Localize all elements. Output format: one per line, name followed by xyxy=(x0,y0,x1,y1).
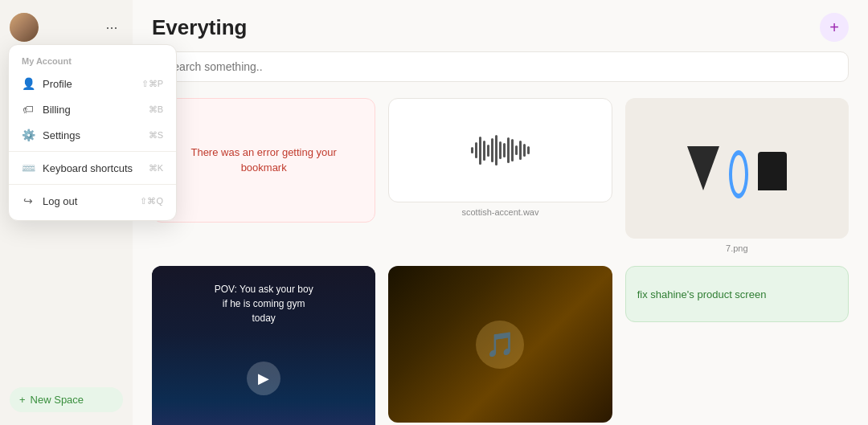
dropdown-item-billing[interactable]: 🏷 Billing ⌘B xyxy=(9,96,176,122)
error-text: There was an error getting your bookmark xyxy=(169,145,358,174)
card-photo[interactable]: 🎵 xyxy=(388,266,612,423)
card-note-wrapper: fix shahine's product screen xyxy=(625,266,849,425)
settings-icon: ⚙️ xyxy=(22,129,35,141)
content-grid: There was an error getting your bookmark xyxy=(133,92,868,425)
main-content: Everyting + There was an error getting y… xyxy=(133,0,868,425)
card-photo-wrapper: 🎵 sudhith-xavier-_Ml-unsplash.jpg xyxy=(388,266,612,425)
sidebar-top: ··· xyxy=(10,13,123,42)
play-button[interactable]: ▶ xyxy=(247,362,280,395)
account-dropdown: My Account 👤 Profile ⇧⌘P 🏷 Billing ⌘B ⚙️… xyxy=(8,44,177,221)
dropdown-header: My Account xyxy=(9,51,176,71)
card-image[interactable] xyxy=(625,98,849,239)
keyboard-icon: ⌨️ xyxy=(22,161,35,174)
dropdown-item-profile[interactable]: 👤 Profile ⇧⌘P xyxy=(9,71,176,96)
dropdown-item-keyboard[interactable]: ⌨️ Keyboard shortcuts ⌘K xyxy=(9,155,176,181)
card-tiktok[interactable]: POV: You ask your boy if he is coming gy… xyxy=(152,266,375,425)
dropdown-divider-2 xyxy=(9,184,176,185)
logout-icon: ↪ xyxy=(22,194,35,207)
note-text: fix shahine's product screen xyxy=(637,288,767,300)
cap-shape xyxy=(758,152,787,190)
tiktok-text: POV: You ask your boy if he is coming gy… xyxy=(152,282,375,325)
image-placeholder xyxy=(687,146,787,190)
page-title: Everyting xyxy=(152,15,248,40)
card-audio-wrapper: scottish-accent.wav xyxy=(388,98,612,253)
image-filename: 7.png xyxy=(625,239,849,253)
new-space-button[interactable]: + New Space xyxy=(10,387,123,412)
gramophone-shape: 🎵 xyxy=(476,321,524,369)
add-button[interactable]: + xyxy=(820,13,849,42)
billing-icon: 🏷 xyxy=(22,103,35,116)
plus-icon: + xyxy=(19,394,26,406)
audio-filename: scottish-accent.wav xyxy=(388,202,612,217)
main-header: Everyting + xyxy=(133,0,868,42)
dropdown-divider xyxy=(9,151,176,152)
card-error: There was an error getting your bookmark xyxy=(152,98,375,223)
search-input[interactable] xyxy=(152,51,849,82)
plus-icon: + xyxy=(829,18,839,37)
dropdown-item-logout[interactable]: ↪ Log out ⇧⌘Q xyxy=(9,188,176,214)
card-note[interactable]: fix shahine's product screen xyxy=(625,266,849,322)
audio-waveform xyxy=(471,134,530,166)
cone-shape xyxy=(687,146,719,190)
card-audio[interactable] xyxy=(388,98,612,202)
avatar[interactable] xyxy=(10,13,39,42)
dropdown-item-settings[interactable]: ⚙️ Settings ⌘S xyxy=(9,122,176,148)
card-tiktok-wrapper: POV: You ask your boy if he is coming gy… xyxy=(152,266,375,425)
profile-icon: 👤 xyxy=(22,77,35,90)
more-button[interactable]: ··· xyxy=(100,16,123,39)
card-image-wrapper: 7.png xyxy=(625,98,849,253)
spring-shape xyxy=(729,150,748,198)
